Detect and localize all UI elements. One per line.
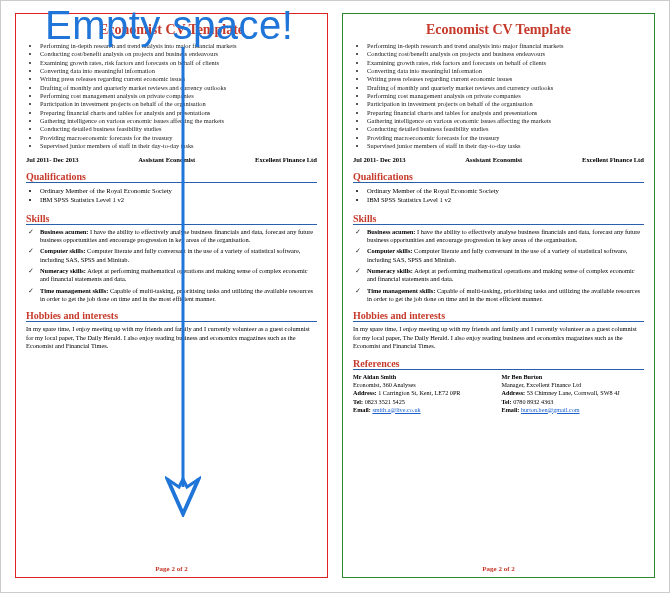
bullet: Examining growth rates, risk factors and… [367,59,644,67]
cv-page-left: Economist CV Template Performing in-dept… [15,13,328,578]
ref-email-link[interactable]: burton.ben@gmail.com [521,406,580,413]
email-label: Email: [353,406,371,413]
bullet: Writing press releases regarding current… [367,75,644,83]
hobbies-text: In my spare time, I enjoy meeting up wit… [353,325,644,350]
skill: Computer skills: Computer literate and f… [40,247,317,264]
bullet: Supervised junior members of staff in th… [40,142,317,150]
annotation-label: Empty space! [45,3,293,48]
hobbies-heading: Hobbies and interests [26,310,317,322]
page-footer: Page 2 of 2 [353,559,644,573]
hobbies-text: In my spare time, I enjoy meeting up wit… [26,325,317,350]
ref-role: Economist, 360 Analyses [353,381,496,389]
bullet: Converting data into meaningful informat… [367,67,644,75]
skill-label: Numeracy skills: [367,267,413,274]
bullet: Performing cost management analysis on p… [367,92,644,100]
skill: Time management skills: Capable of multi… [40,287,317,304]
bullet: Gathering intelligence on various econom… [40,117,317,125]
bullet: Preparing financial charts and tables fo… [367,109,644,117]
job-role: Assistant Economist [138,156,195,163]
job-dates: Jul 2011- Dec 2013 [26,156,79,163]
skill: Time management skills: Capable of multi… [367,287,644,304]
skill: Numeracy skills: Adept at performing mat… [40,267,317,284]
bullet: Participation in investment projects on … [40,100,317,108]
ref-address: 1 Carrington St, Kent, LE72 0PR [378,389,460,396]
qualifications-list: Ordinary Member of the Royal Economic So… [353,186,644,204]
skill: Business acumen: I have the ability to e… [367,228,644,245]
job-company: Excellent Finance Ltd [582,156,644,163]
skills-list: Business acumen: I have the ability to e… [353,228,644,307]
bullet: Conducting detailed business feasibility… [367,125,644,133]
bullet: Providing macroeconomic forecasts for th… [40,134,317,142]
tel-label: Tel: [502,398,512,405]
bullet: Providing macroeconomic forecasts for th… [367,134,644,142]
skill-label: Computer skills: [40,247,86,254]
address-label: Address: [353,389,377,396]
skill: Computer skills: Computer literate and f… [367,247,644,264]
email-label: Email: [502,406,520,413]
ref-name: Mr Aidan Smith [353,373,496,381]
skill-label: Business acumen: [40,228,88,235]
bullet: Drafting of monthly and quarterly market… [40,84,317,92]
page-title: Economist CV Template [353,22,644,38]
ref-tel: 0780 8932 4363 [513,398,553,405]
page-footer: Page 2 of 2 [26,559,317,573]
address-label: Address: [502,389,526,396]
skill-label: Business acumen: [367,228,415,235]
skills-heading: Skills [26,213,317,225]
bullet: Participation in investment projects on … [367,100,644,108]
reference: Mr Aidan Smith Economist, 360 Analyses A… [353,373,496,413]
experience-bullets: Performing in-depth research and trend a… [26,42,317,150]
skill-label: Numeracy skills: [40,267,86,274]
bullet: Conducting detailed business feasibility… [40,125,317,133]
bullet: Examining growth rates, risk factors and… [40,59,317,67]
skill-label: Computer skills: [367,247,413,254]
skill: Business acumen: I have the ability to e… [40,228,317,245]
skill-label: Time management skills: [367,287,435,294]
skill-label: Time management skills: [40,287,108,294]
qualification: IBM SPSS Statistics Level 1 v2 [367,195,644,204]
bullet: Writing press releases regarding current… [40,75,317,83]
bullet: Preparing financial charts and tables fo… [40,109,317,117]
job-dates: Jul 2011- Dec 2013 [353,156,406,163]
skill: Numeracy skills: Adept at performing mat… [367,267,644,284]
ref-email-link[interactable]: smith.a@live.co.uk [372,406,420,413]
tel-label: Tel: [353,398,363,405]
hobbies-heading: Hobbies and interests [353,310,644,322]
reference: Mr Ben Burton Manager, Excellent Finance… [502,373,645,413]
qualifications-heading: Qualifications [26,171,317,183]
skills-list: Business acumen: I have the ability to e… [26,228,317,307]
qualification: Ordinary Member of the Royal Economic So… [367,186,644,195]
job-line: Jul 2011- Dec 2013 Assistant Economist E… [26,156,317,163]
bullet: Performing cost management analysis on p… [40,92,317,100]
cv-page-right: Economist CV Template Performing in-dept… [342,13,655,578]
skills-heading: Skills [353,213,644,225]
experience-bullets: Performing in-depth research and trend a… [353,42,644,150]
bullet: Supervised junior members of staff in th… [367,142,644,150]
ref-tel: 0823 3521 5425 [365,398,405,405]
bullet: Drafting of monthly and quarterly market… [367,84,644,92]
bullet: Converting data into meaningful informat… [40,67,317,75]
references-heading: References [353,358,644,370]
qualifications-heading: Qualifications [353,171,644,183]
ref-role: Manager, Excellent Finance Ltd [502,381,645,389]
ref-name: Mr Ben Burton [502,373,645,381]
qualification: Ordinary Member of the Royal Economic So… [40,186,317,195]
bullet: Gathering intelligence on various econom… [367,117,644,125]
qualification: IBM SPSS Statistics Level 1 v2 [40,195,317,204]
bullet: Performing in-depth research and trend a… [367,42,644,50]
job-role: Assistant Economist [465,156,522,163]
job-line: Jul 2011- Dec 2013 Assistant Economist E… [353,156,644,163]
ref-address: 53 Chimney Lane, Cornwall, SW8 4J [527,389,620,396]
qualifications-list: Ordinary Member of the Royal Economic So… [26,186,317,204]
references-block: Mr Aidan Smith Economist, 360 Analyses A… [353,373,644,413]
job-company: Excellent Finance Ltd [255,156,317,163]
bullet: Conducting cost/benefit analysis on proj… [40,50,317,58]
bullet: Conducting cost/benefit analysis on proj… [367,50,644,58]
